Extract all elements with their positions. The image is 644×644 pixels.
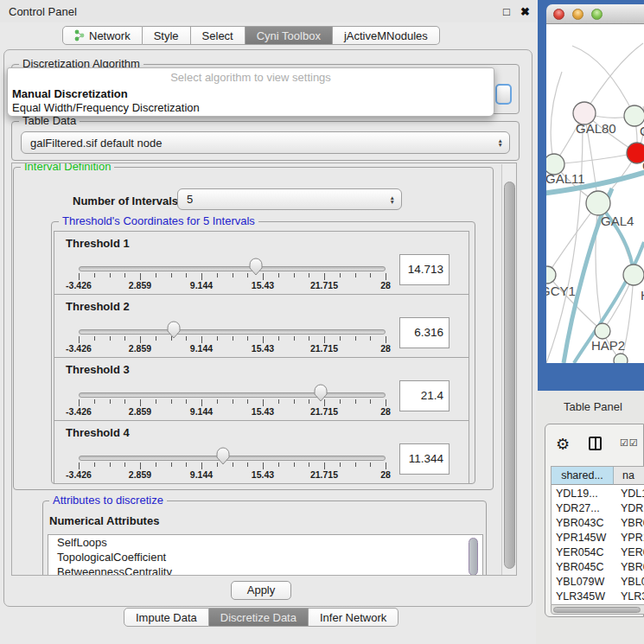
tab-impute-data[interactable]: Impute Data	[124, 608, 209, 627]
threshold-row: Threshold 2-3.4262.8599.14415.4321.71528…	[54, 294, 469, 358]
close-icon[interactable]: ✖	[520, 5, 530, 18]
table-row[interactable]: YDR27...YDR2	[552, 502, 644, 517]
tick-label: 21.715	[302, 343, 347, 354]
threshold-slider-track[interactable]	[79, 392, 386, 398]
tab-label: Impute Data	[136, 611, 197, 624]
table-data-combobox[interactable]: galFiltered.sif default node ▲▼	[21, 131, 510, 154]
attribute-list-item[interactable]: SelfLoops	[48, 535, 482, 550]
threshold-slider-track[interactable]	[79, 456, 386, 461]
threshold-row: Threshold 4-3.4262.8599.14415.4321.71528…	[54, 420, 469, 484]
columns-icon[interactable]	[589, 437, 602, 450]
network-node[interactable]	[614, 354, 628, 363]
select-checkboxes-icon[interactable]: ☑☑	[620, 437, 639, 449]
algorithm-combo-focused-stub[interactable]	[495, 84, 512, 105]
table-row[interactable]: YBR043CYBR0	[552, 517, 644, 532]
tick-label: 15.43	[240, 280, 285, 290]
tick-label: 9.144	[179, 343, 224, 354]
tick-mark	[124, 399, 125, 404]
tick-mark	[370, 273, 371, 277]
table-cell: YDR27...	[556, 502, 600, 514]
threshold-slider-thumb[interactable]	[215, 447, 231, 469]
threshold-slider-thumb[interactable]	[313, 384, 328, 405]
tab-style[interactable]: Style	[143, 26, 191, 45]
table-column-header[interactable]: shared...	[552, 467, 614, 485]
tab-jactivemnodules[interactable]: jActiveMNodules	[333, 26, 440, 45]
table-data-value: galFiltered.sif default node	[30, 137, 162, 150]
tick-mark	[370, 336, 371, 341]
attribute-list-item[interactable]: BetweennessCentrality	[48, 564, 482, 576]
tick-label: 2.859	[118, 469, 163, 480]
tick-mark	[355, 336, 356, 341]
network-node[interactable]	[595, 323, 610, 339]
tab-network[interactable]: Network	[62, 26, 143, 45]
attributes-list-scrollbar-thumb[interactable]	[469, 538, 478, 576]
network-node-label: GCY1	[546, 284, 576, 298]
float-window-icon[interactable]: □	[503, 5, 510, 18]
threshold-value-field[interactable]: 11.344	[399, 443, 450, 475]
tick-mark	[186, 462, 187, 467]
table-hscrollbar-thumb[interactable]	[553, 607, 641, 613]
combo-arrows-icon: ▲▼	[390, 195, 395, 204]
tab-infer-network[interactable]: Infer Network	[309, 608, 399, 627]
table-column-header[interactable]: na	[614, 467, 644, 485]
numerical-attributes-label: Numerical Attributes	[49, 514, 159, 527]
table-cell: YDL1	[621, 488, 644, 500]
settings-scrollbar-thumb[interactable]	[504, 182, 515, 569]
algorithm-option[interactable]: Equal Width/Frequency Discretization	[12, 101, 200, 114]
minimize-traffic-light-icon[interactable]	[572, 9, 583, 20]
tick-mark	[94, 462, 95, 467]
table-row[interactable]: YPR145WYPR1	[552, 532, 644, 546]
number-of-intervals-combobox[interactable]: 5 ▲▼	[177, 188, 402, 210]
network-node[interactable]	[627, 143, 644, 163]
apply-button[interactable]: Apply	[231, 581, 291, 600]
attribute-list-item[interactable]: TopologicalCoefficient	[48, 550, 482, 564]
numerical-attributes-list[interactable]: SelfLoopsTopologicalCoefficientBetweenne…	[48, 534, 483, 576]
threshold-value-field[interactable]: 6.316	[399, 317, 450, 348]
algorithm-option[interactable]: Manual Discretization	[12, 87, 128, 100]
tick-label: 9.144	[179, 280, 224, 290]
table-cell: YDR2	[621, 502, 644, 514]
gear-icon[interactable]: ⚙	[556, 435, 570, 454]
table-row[interactable]: YLR345WYLR3	[552, 590, 644, 604]
threshold-label: Threshold 4	[66, 426, 130, 439]
network-view-canvas[interactable]: GAL80GACGAL11GAL4GCY1HHAP2	[546, 24, 644, 363]
tick-mark	[370, 462, 371, 467]
tab-select[interactable]: Select	[191, 26, 245, 45]
node-attribute-table[interactable]: shared...naYDL19...YDL1YDR27...YDR2YBR04…	[551, 466, 644, 604]
network-node[interactable]	[586, 191, 610, 215]
tab-discretize-data[interactable]: Discretize Data	[209, 608, 309, 627]
tick-mark	[355, 273, 356, 277]
tick-label: 21.715	[302, 280, 347, 290]
number-of-intervals-label: Number of Intervals	[73, 194, 178, 207]
threshold-slider-track[interactable]	[79, 266, 386, 271]
network-node-label: H	[641, 288, 644, 303]
threshold-value-field[interactable]: 14.713	[399, 254, 450, 285]
table-cell: YER0	[621, 546, 644, 558]
zoom-traffic-light-icon[interactable]	[591, 9, 603, 20]
table-row[interactable]: YBR045CYBR0	[552, 561, 644, 576]
threshold-value-field[interactable]: 21.4	[399, 380, 450, 411]
tick-mark	[217, 273, 218, 277]
close-traffic-light-icon[interactable]	[553, 9, 564, 20]
threshold-slider-thumb[interactable]	[166, 321, 182, 342]
tick-mark	[247, 462, 248, 467]
tick-mark	[355, 399, 356, 404]
tick-mark	[156, 399, 156, 404]
threshold-slider-track[interactable]	[79, 329, 386, 335]
network-node[interactable]	[623, 265, 644, 285]
threshold-value: 11.344	[400, 444, 449, 474]
tick-mark	[294, 273, 295, 277]
table-row[interactable]: YBL079WYBL0	[552, 576, 644, 590]
number-of-intervals-value: 5	[187, 193, 193, 206]
tab-cyni-toolbox[interactable]: Cyni Toolbox	[245, 26, 333, 45]
table-row[interactable]: YDL19...YDL1	[552, 488, 644, 502]
table-hscrollbar-track[interactable]	[551, 604, 644, 615]
table-cell: YDL19...	[556, 488, 598, 500]
settings-scrollbar-track[interactable]	[501, 164, 517, 576]
threshold-slider-thumb[interactable]	[248, 258, 264, 279]
table-row[interactable]: YER054CYER0	[552, 546, 644, 561]
threshold-label: Threshold 2	[66, 300, 130, 313]
network-icon	[74, 29, 85, 41]
network-node[interactable]	[546, 266, 556, 284]
network-window-titlebar[interactable]	[546, 4, 644, 24]
